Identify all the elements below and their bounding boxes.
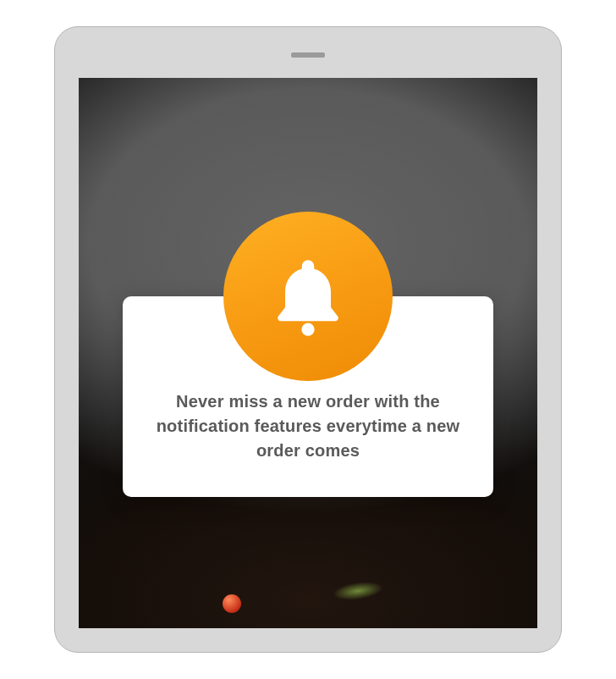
notification-feature-card: Never miss a new order with the notifica… <box>123 296 493 497</box>
app-screen: Never miss a new order with the notifica… <box>79 78 537 628</box>
bg-tomato <box>223 594 241 613</box>
feature-message: Never miss a new order with the notifica… <box>146 389 470 463</box>
bell-icon <box>262 251 354 342</box>
bg-herb <box>332 579 384 603</box>
bell-icon-badge <box>223 212 393 381</box>
tablet-frame: Never miss a new order with the notifica… <box>54 26 562 653</box>
svg-point-0 <box>301 323 314 336</box>
speaker-slot <box>291 52 325 58</box>
